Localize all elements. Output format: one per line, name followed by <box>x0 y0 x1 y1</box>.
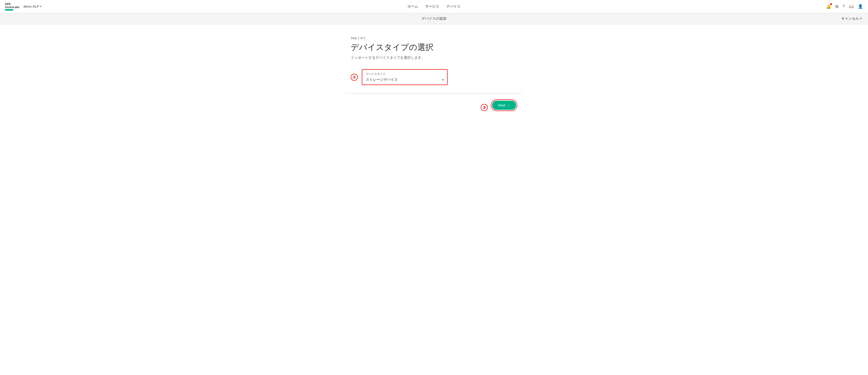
next-button-wrapper: Next → <box>491 99 517 111</box>
step-indicator: Step 1 of 2 <box>351 36 517 40</box>
app-header: HPE GreenLake demo GLP ▾ ホーム サービス デバイス 🔔… <box>0 0 868 13</box>
sub-header: デバイスの追加 キャンセル × <box>0 13 868 24</box>
demo-label: demo GLP <box>24 4 39 8</box>
device-type-row: ① デバイスタイプ ストレージデバイス ▾ <box>351 69 517 85</box>
device-type-label: デバイスタイプ <box>366 72 443 76</box>
action-row: ② Next → <box>346 99 522 111</box>
main-content: Step 1 of 2 デバイスタイプの選択 インポートするデバイスタイプを選択… <box>0 24 868 111</box>
nav-device[interactable]: デバイス <box>446 4 461 9</box>
main-nav: ホーム サービス デバイス <box>407 4 461 9</box>
book-icon[interactable]: 📖 <box>849 4 854 9</box>
logo-hpe: HPE <box>5 2 20 5</box>
annotation-2: ② <box>481 104 488 111</box>
demo-selector[interactable]: demo GLP ▾ <box>24 4 41 8</box>
bell-icon[interactable]: 🔔 <box>826 4 831 9</box>
annotation-1: ① <box>351 74 358 81</box>
nav-service[interactable]: サービス <box>425 4 439 9</box>
page-title: デバイスタイプの選択 <box>351 42 517 53</box>
nav-home[interactable]: ホーム <box>407 4 418 9</box>
notification-dot <box>830 3 832 5</box>
chevron-down-icon: ▾ <box>442 78 443 82</box>
page-breadcrumb-title: デバイスの追加 <box>422 17 446 21</box>
help-icon[interactable]: ? <box>842 4 845 9</box>
next-button-group: ② Next → <box>481 99 517 111</box>
user-icon[interactable]: 👤 <box>858 4 863 9</box>
logo: HPE GreenLake <box>5 2 20 10</box>
next-button[interactable]: Next → <box>492 101 516 110</box>
header-icons: 🔔 ⊞ ? 📖 👤 <box>826 4 863 9</box>
device-type-value: ストレージデバイス <box>366 77 398 82</box>
section-divider <box>346 93 522 93</box>
device-type-dropdown-box[interactable]: デバイスタイプ ストレージデバイス ▾ <box>362 69 447 85</box>
chevron-down-icon: ▾ <box>40 5 41 8</box>
cancel-button[interactable]: キャンセル × <box>841 17 862 21</box>
logo-bar <box>5 9 13 10</box>
grid-icon[interactable]: ⊞ <box>835 4 838 9</box>
form-section: Step 1 of 2 デバイスタイプの選択 インポートするデバイスタイプを選択… <box>346 36 522 93</box>
device-type-select[interactable]: ストレージデバイス ▾ <box>366 77 443 82</box>
page-subtitle: インポートするデバイスタイプを選択します。 <box>351 56 517 60</box>
logo-greenlake: GreenLake <box>5 5 20 8</box>
